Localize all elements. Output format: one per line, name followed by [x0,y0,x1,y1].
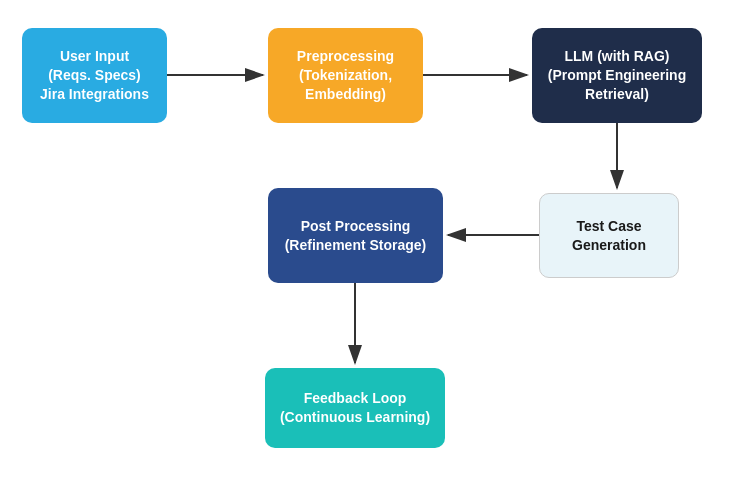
post-processing-node: Post Processing (Refinement Storage) [268,188,443,283]
test-case-node: Test Case Generation [539,193,679,278]
preprocessing-line3: Embedding) [297,85,394,104]
feedback-node: Feedback Loop (Continuous Learning) [265,368,445,448]
llm-line1: LLM (with RAG) [548,47,686,66]
preprocessing-line2: (Tokenization, [297,66,394,85]
test-case-line2: Generation [572,236,646,255]
llm-line3: Retrieval) [548,85,686,104]
llm-node: LLM (with RAG) (Prompt Engineering Retri… [532,28,702,123]
post-processing-line2: (Refinement Storage) [285,236,427,255]
user-input-node: User Input (Reqs. Specs) Jira Integratio… [22,28,167,123]
user-input-line2: (Reqs. Specs) [40,66,149,85]
user-input-line1: User Input [40,47,149,66]
diagram-container: User Input (Reqs. Specs) Jira Integratio… [0,0,750,500]
preprocessing-node: Preprocessing (Tokenization, Embedding) [268,28,423,123]
preprocessing-line1: Preprocessing [297,47,394,66]
user-input-line3: Jira Integrations [40,85,149,104]
feedback-line1: Feedback Loop [280,389,430,408]
feedback-line2: (Continuous Learning) [280,408,430,427]
llm-line2: (Prompt Engineering [548,66,686,85]
post-processing-line1: Post Processing [285,217,427,236]
test-case-line1: Test Case [572,217,646,236]
